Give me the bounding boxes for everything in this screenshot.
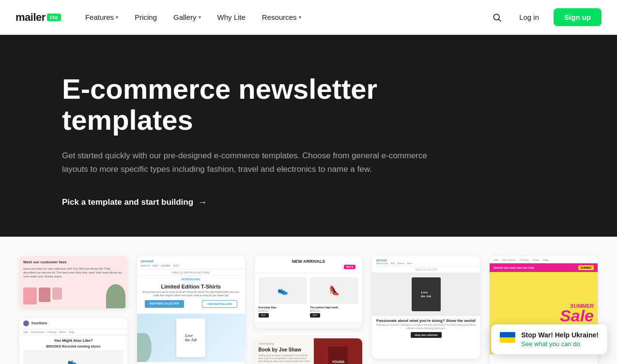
nav-features[interactable]: Features ▾ (78, 9, 125, 25)
book-inner: A Best-Selling Book by Joe Shaw Getting … (255, 338, 363, 364)
product-item (23, 288, 37, 304)
navbar-left: mailer lite Features ▾ Pricing Gallery ▾… (15, 9, 308, 25)
new-badge: New in (344, 265, 356, 269)
passionate-logo: airmail (376, 258, 476, 262)
chevron-down-icon: ▾ (116, 15, 118, 20)
template-col-2: airmail NEW INMENWOMENKIDS FREE US SHIPP… (137, 256, 245, 364)
nav-resources[interactable]: Resources ▾ (255, 9, 308, 25)
airmail-logo: airmail (141, 259, 241, 263)
template-card-book[interactable]: A Best-Selling Book by Joe Shaw Getting … (255, 338, 363, 364)
signup-button[interactable]: Sign up (554, 8, 602, 26)
template-card-yourstore[interactable]: YourStore SaleNew ArrivalsClothingShoesB… (19, 318, 127, 364)
book-cover-text: YOUNG (332, 360, 344, 364)
gallery-label: Gallery (173, 13, 197, 21)
product-item (39, 288, 50, 302)
ukraine-banner: Stop War! Help Ukraine! See what you can… (491, 324, 607, 354)
ukraine-flag (500, 332, 515, 343)
arrivals-title: NEW ARRIVALS (259, 259, 359, 264)
sale-text-block: SUMMER Sale STARTS NOW! (560, 303, 594, 323)
template-col-1: Meet our customer favs Have you tried ou… (19, 256, 127, 364)
logo[interactable]: mailer lite (15, 11, 61, 24)
passionate-heading: Passionate about what you're doing? Show… (372, 316, 480, 324)
hero-subtitle: Get started quickly with our pre-designe… (62, 149, 440, 176)
login-button[interactable]: Log in (512, 9, 546, 25)
book-subtitle: A Best-Selling (259, 342, 310, 345)
book-cover: YOUNG (328, 347, 348, 364)
svg-point-0 (494, 14, 499, 20)
logo-text: mailer (15, 11, 46, 24)
hero-title: E-commerce newsletter templates (62, 74, 498, 136)
ukraine-title: Stop War! Help Ukraine! (521, 331, 599, 339)
card-skincare-title: Meet our customer favs (23, 260, 123, 264)
navbar: mailer lite Features ▾ Pricing Gallery ▾… (0, 0, 617, 35)
airmail-desc: Do you love your job as much as we do? S… (137, 290, 245, 300)
passionate-shop-btn[interactable]: shop new collection (411, 332, 442, 338)
product-name-flat: Everyday flats (259, 306, 307, 309)
yourstore-logo-icon (23, 320, 29, 326)
passionate-desc: Relaying your business? Working for a co… (372, 324, 480, 330)
yourstore-product-name: BROOKS Ricochet running shoes (19, 345, 127, 348)
template-card-passionate[interactable]: airmail New ArrivalsMenWomenMore NEW COL… (372, 256, 480, 359)
airmail-header: airmail NEW INMENWOMENKIDS (137, 256, 245, 270)
passionate-shirt: Lovethe Job (412, 277, 441, 311)
template-card-new-arrivals[interactable]: NEW ARRIVALS New in 👟 Everyday flats $13… (255, 256, 363, 329)
buy-button-heels[interactable]: BUY (310, 313, 320, 318)
template-col-4: airmail New ArrivalsMenWomenMore NEW COL… (372, 256, 480, 364)
promo-text: Summer sale starts now! Use Code (494, 266, 534, 269)
plant-left-icon (137, 333, 152, 362)
navbar-right: Log in Sign up (489, 8, 602, 26)
template-col-3: NEW ARRIVALS New in 👟 Everyday flats $13… (255, 256, 363, 364)
airmail-shop-btn[interactable]: SHOP NEW COLLECTION (145, 300, 184, 308)
sale-label: Sale (560, 309, 594, 323)
nav-links: Features ▾ Pricing Gallery ▾ Why Lite Re… (78, 9, 308, 25)
airmail-shipping: FREE US SHIPPING & RETURNS (137, 270, 245, 276)
passionate-product-image: Lovethe Job (372, 273, 480, 316)
summer-promo-bar: Summer sale starts now! Use Code SUMMER (490, 263, 598, 272)
ukraine-flag-yellow (500, 337, 515, 343)
airmail-shirt: Lovethe Job (176, 318, 205, 357)
hero-cta-link[interactable]: Pick a template and start building → (62, 197, 207, 208)
card-skincare-text: Have you tried our new collection yet? O… (23, 267, 123, 279)
template-card-airmail-tshirt[interactable]: airmail NEW INMENWOMENKIDS FREE US SHIPP… (137, 256, 245, 364)
arrivals-product-1: 👟 Everyday flats $130.00 BUY (259, 277, 307, 318)
ukraine-flag-blue (500, 332, 515, 337)
book-left: A Best-Selling Book by Joe Shaw Getting … (255, 338, 314, 364)
yourstore-header: YourStore (19, 318, 127, 329)
template-card-skincare[interactable]: Meet our customer favs Have you tried ou… (19, 256, 127, 308)
chevron-down-icon-resources: ▾ (299, 15, 301, 20)
airmail-heading: Limited Edition T-Shirts (137, 283, 245, 290)
ukraine-text-block: Stop War! Help Ukraine! See what you can… (521, 331, 599, 348)
pricing-label: Pricing (135, 13, 157, 21)
card-skincare-products (23, 288, 62, 304)
ukraine-link[interactable]: See what you can do (521, 340, 599, 348)
why-lite-label: Why Lite (217, 13, 246, 21)
passionate-new-label: NEW COLLECTION (372, 267, 480, 273)
arrivals-products: 👟 Everyday flats $130.00 BUY 👠 The perfe… (255, 273, 363, 321)
search-icon (492, 13, 502, 22)
book-title: Book by Joe Shaw (259, 347, 310, 353)
book-desc: Getting stuck on ideas or inspiration? J… (259, 354, 310, 364)
nav-pricing[interactable]: Pricing (128, 9, 164, 25)
passionate-nav: New ArrivalsMenWomenMore (376, 262, 476, 265)
product-item (52, 288, 62, 300)
airmail-product-image: Lovethe Job (137, 314, 245, 362)
hero-cta-text: Pick a template and start building (62, 197, 193, 207)
yourstore-product-image: 👟 (23, 350, 123, 364)
product-name-heels: The perfect high heels (310, 306, 358, 309)
arrivals-header: NEW ARRIVALS New in (255, 256, 363, 273)
product-price-flat: $130.00 (259, 309, 307, 312)
resources-label: Resources (262, 13, 297, 21)
nav-why-lite[interactable]: Why Lite (211, 9, 252, 25)
airmail-nav: NEW INMENWOMENKIDS (141, 264, 241, 267)
search-button[interactable] (489, 10, 505, 25)
nav-gallery[interactable]: Gallery ▾ (167, 9, 208, 25)
airmail-intro: INTRODUCING (137, 276, 245, 283)
yourstore-rec-text: You Might Also Like? (19, 335, 127, 345)
summer-top-bar: SaleNew ArrivalsClothingShoesBags (490, 256, 598, 263)
airmail-best-btn[interactable]: VIEW BESTSELLERS (202, 300, 237, 308)
product-image-heels: 👠 (310, 277, 358, 304)
buy-button-flat[interactable]: BUY (259, 313, 269, 318)
product-price-heels: $240.00 (310, 309, 358, 312)
book-cover-area: YOUNG (314, 338, 362, 364)
logo-badge: lite (47, 14, 61, 21)
